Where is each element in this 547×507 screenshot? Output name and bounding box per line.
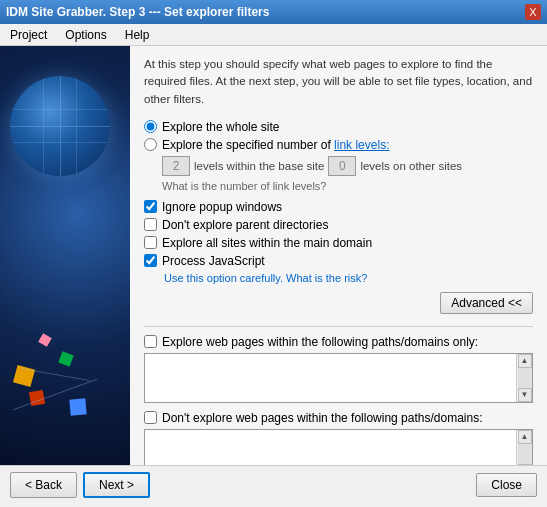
exclude-paths-section: Don't explore web pages within the follo…: [144, 411, 533, 465]
radio-link-levels-label: Explore the specified number of link lev…: [162, 138, 389, 152]
checkbox-dont-explore-parent[interactable]: Don't explore parent directories: [144, 218, 533, 232]
include-paths-scroll-down[interactable]: ▼: [518, 388, 532, 402]
what-is-link-levels: What is the number of link levels?: [162, 180, 533, 192]
menu-help[interactable]: Help: [121, 27, 154, 43]
checkbox-ignore-popup-input[interactable]: [144, 200, 157, 213]
checkbox-ignore-popup-label: Ignore popup windows: [162, 200, 282, 214]
exclude-paths-scroll-down[interactable]: ▼: [518, 464, 532, 465]
btn-group-left: < Back Next >: [10, 472, 150, 498]
exclude-paths-scrollbar: ▲ ▼: [516, 430, 532, 465]
right-panel: At this step you should specify what web…: [130, 46, 547, 465]
exclude-paths-label: Don't explore web pages within the follo…: [162, 411, 482, 425]
checkbox-explore-all-sites[interactable]: Explore all sites within the main domain: [144, 236, 533, 250]
advanced-row: Advanced <<: [144, 292, 533, 314]
advanced-button[interactable]: Advanced <<: [440, 292, 533, 314]
include-paths-checkbox[interactable]: [144, 335, 157, 348]
checkbox-process-js[interactable]: Process JavaScript: [144, 254, 533, 268]
checkbox-dont-explore-parent-label: Don't explore parent directories: [162, 218, 328, 232]
exclude-paths-textarea[interactable]: [145, 430, 516, 465]
include-paths-label: Explore web pages within the following p…: [162, 335, 478, 349]
checkbox-dont-explore-parent-input[interactable]: [144, 218, 157, 231]
include-paths-textarea-wrapper: ▲ ▼: [144, 353, 533, 403]
menu-bar: Project Options Help: [0, 24, 547, 46]
include-paths-label-row: Explore web pages within the following p…: [144, 335, 533, 349]
js-risk-link[interactable]: Use this option carefully. What is the r…: [164, 272, 533, 284]
exclude-paths-label-row: Don't explore web pages within the follo…: [144, 411, 533, 425]
next-button[interactable]: Next >: [83, 472, 150, 498]
radio-whole-site-input[interactable]: [144, 120, 157, 133]
menu-project[interactable]: Project: [6, 27, 51, 43]
checkbox-explore-all-sites-input[interactable]: [144, 236, 157, 249]
radio-whole-site-label: Explore the whole site: [162, 120, 279, 134]
title-bar-text: IDM Site Grabber. Step 3 --- Set explore…: [6, 5, 269, 19]
bottom-buttons: < Back Next > Close: [0, 465, 547, 504]
include-paths-scroll-track: [518, 368, 532, 388]
checkbox-ignore-popup[interactable]: Ignore popup windows: [144, 200, 533, 214]
link-levels-base-input[interactable]: [162, 156, 190, 176]
checkbox-process-js-label: Process JavaScript: [162, 254, 265, 268]
checkbox-process-js-input[interactable]: [144, 254, 157, 267]
include-paths-scrollbar: ▲ ▼: [516, 354, 532, 402]
close-window-button[interactable]: X: [525, 4, 541, 20]
link-levels-other-input[interactable]: [328, 156, 356, 176]
close-button[interactable]: Close: [476, 473, 537, 497]
exclude-paths-scroll-up[interactable]: ▲: [518, 430, 532, 444]
checkbox-explore-all-sites-label: Explore all sites within the main domain: [162, 236, 372, 250]
radio-whole-site[interactable]: Explore the whole site: [144, 120, 533, 134]
left-image-panel: [0, 46, 130, 465]
exclude-paths-scroll-track: [518, 444, 532, 464]
description-text: At this step you should specify what web…: [144, 56, 533, 108]
radio-link-levels-input[interactable]: [144, 138, 157, 151]
back-button[interactable]: < Back: [10, 472, 77, 498]
include-paths-scroll-up[interactable]: ▲: [518, 354, 532, 368]
title-bar: IDM Site Grabber. Step 3 --- Set explore…: [0, 0, 547, 24]
separator-line: [144, 326, 533, 327]
link-levels-row: levels within the base site levels on ot…: [162, 156, 533, 176]
levels-on-other-label: levels on other sites: [360, 160, 462, 172]
include-paths-section: Explore web pages within the following p…: [144, 335, 533, 403]
exclude-paths-textarea-wrapper: ▲ ▼: [144, 429, 533, 465]
levels-within-label: levels within the base site: [194, 160, 324, 172]
exclude-paths-checkbox[interactable]: [144, 411, 157, 424]
menu-options[interactable]: Options: [61, 27, 110, 43]
include-paths-textarea[interactable]: [145, 354, 516, 402]
radio-link-levels[interactable]: Explore the specified number of link lev…: [144, 138, 533, 152]
